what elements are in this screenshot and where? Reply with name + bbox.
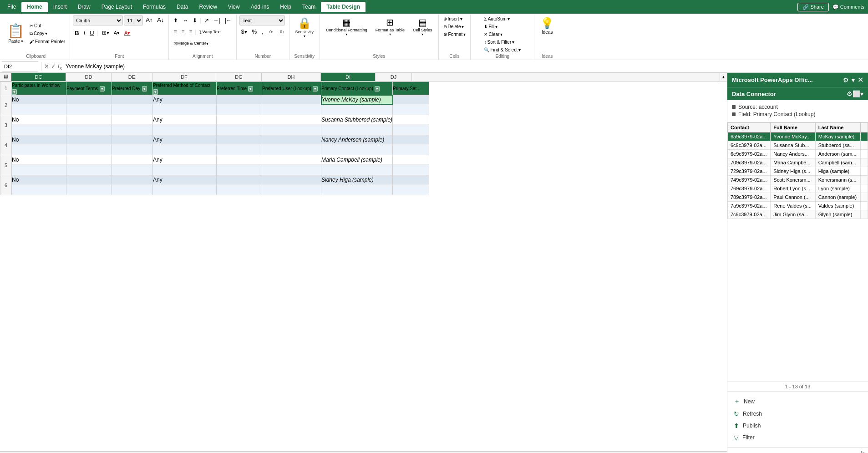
- cell-df-5b[interactable]: [153, 164, 217, 175]
- comma-button[interactable]: ,: [260, 27, 265, 37]
- tab-formulas[interactable]: Formulas: [137, 2, 171, 12]
- conditional-formatting-button[interactable]: ▦ Conditional Formatting ▾: [323, 15, 371, 38]
- currency-button[interactable]: $▾: [239, 27, 249, 37]
- sidebar-dropdown-icon[interactable]: ▾: [852, 76, 855, 84]
- cell-df-4b[interactable]: [153, 144, 217, 155]
- ideas-button[interactable]: 💡 Ideas: [537, 15, 557, 36]
- cell-di-2b[interactable]: [321, 104, 393, 115]
- sidebar-row-1[interactable]: 6a9c3979-02a... Yvonne McKay... McKay (s…: [728, 132, 868, 141]
- sidebar-expand-right-icon[interactable]: ▷: [861, 449, 866, 453]
- cell-dd-6[interactable]: [66, 175, 112, 184]
- sidebar-row-7[interactable]: 769c3979-02a... Robert Lyon (s... Lyon (…: [728, 184, 868, 193]
- cut-button[interactable]: ✂ Cut: [28, 22, 67, 29]
- cell-dj-2b[interactable]: [393, 104, 429, 115]
- cancel-icon[interactable]: ✕: [44, 63, 49, 70]
- cell-dh-5[interactable]: [262, 155, 321, 164]
- cell-dj-3b[interactable]: [393, 124, 429, 135]
- cell-dc-5b[interactable]: [12, 164, 66, 175]
- sidebar-settings-icon[interactable]: ⚙: [843, 76, 849, 84]
- cell-di-5[interactable]: Maria Campbell (sample): [321, 155, 393, 164]
- cell-dh-2b[interactable]: [262, 104, 321, 115]
- cell-dg-6[interactable]: [217, 175, 262, 184]
- italic-button[interactable]: I: [82, 28, 87, 38]
- cell-dc-6b[interactable]: [12, 184, 66, 195]
- cell-di-4[interactable]: Nancy Anderson (sample): [321, 135, 393, 144]
- wrap-text-button[interactable]: ⤵ Wrap Text: [198, 27, 223, 37]
- font-color-button[interactable]: A▾: [122, 28, 132, 38]
- increase-font-button[interactable]: A↑: [144, 15, 154, 25]
- cell-dd-5b[interactable]: [66, 164, 112, 175]
- new-action-button[interactable]: ＋ New: [732, 395, 863, 408]
- tab-home[interactable]: Home: [21, 2, 47, 12]
- col-header-df[interactable]: DF: [152, 73, 216, 81]
- cell-dh-6b[interactable]: [262, 184, 321, 195]
- align-right-button[interactable]: ≡: [188, 27, 194, 37]
- tab-view[interactable]: View: [223, 2, 245, 12]
- cell-dd-4b[interactable]: [66, 144, 112, 155]
- cell-dh-4[interactable]: [262, 135, 321, 144]
- cell-dh-4b[interactable]: [262, 144, 321, 155]
- delete-button[interactable]: ⊖ Delete ▾: [442, 23, 468, 30]
- cell-dd-2b[interactable]: [66, 104, 112, 115]
- cell-df-6[interactable]: Any: [153, 175, 217, 184]
- sidebar-table-container[interactable]: Contact Full Name Last Name 6a9c3979-02a…: [727, 122, 868, 382]
- format-as-table-button[interactable]: ⊞ Format as Table ▾: [372, 15, 408, 38]
- cell-di-5b[interactable]: [321, 164, 393, 175]
- cell-di-3b[interactable]: [321, 124, 393, 135]
- cell-dc-1[interactable]: Participates in Workflow ▾: [12, 82, 66, 95]
- insert-function-icon[interactable]: fx: [58, 62, 62, 71]
- cell-de-3[interactable]: [112, 115, 153, 124]
- tab-draw[interactable]: Draw: [72, 2, 96, 12]
- cell-dh-5b[interactable]: [262, 164, 321, 175]
- tab-insert[interactable]: Insert: [48, 2, 72, 12]
- filter-dg-button[interactable]: ▾: [248, 86, 253, 92]
- cell-df-3[interactable]: Any: [153, 115, 217, 124]
- cell-dj-5b[interactable]: [393, 164, 429, 175]
- cell-dj-2[interactable]: [393, 95, 429, 104]
- cell-dg-5b[interactable]: [217, 164, 262, 175]
- copy-button[interactable]: ⧉ Copy ▾: [28, 30, 67, 37]
- cell-df-2b[interactable]: [153, 104, 217, 115]
- cell-dc-5[interactable]: No: [12, 155, 66, 164]
- publish-action-button[interactable]: ⬆ Publish: [732, 420, 863, 432]
- cell-dd-1[interactable]: Payment Terms ▾: [66, 82, 112, 95]
- sensitivity-button[interactable]: 🔒 Sensitivity ▾: [292, 15, 317, 40]
- merge-center-button[interactable]: ⊡ Merge & Center ▾: [172, 38, 210, 48]
- cell-di-1[interactable]: Primary Contact (Lookup) ▾: [321, 82, 393, 95]
- sidebar-row-5[interactable]: 729c3979-02a... Sidney Higa (s... Higa (…: [728, 167, 868, 176]
- sort-filter-button[interactable]: ↕ Sort & Filter ▾: [482, 39, 522, 46]
- cell-dg-5[interactable]: [217, 155, 262, 164]
- col-header-de[interactable]: DE: [112, 73, 152, 81]
- format-button[interactable]: ⚙ Format ▾: [442, 31, 468, 38]
- paste-dropdown[interactable]: ▾: [21, 39, 23, 44]
- tab-data[interactable]: Data: [171, 2, 193, 12]
- cell-dh-3b[interactable]: [262, 124, 321, 135]
- cell-dd-3b[interactable]: [66, 124, 112, 135]
- row-num-6[interactable]: 6: [0, 175, 12, 195]
- cell-dc-2[interactable]: No: [12, 95, 66, 104]
- confirm-icon[interactable]: ✓: [51, 63, 56, 70]
- tab-file[interactable]: File: [2, 2, 21, 12]
- cell-df-3b[interactable]: [153, 124, 217, 135]
- data-connector-dropdown-icon[interactable]: ▾: [860, 90, 863, 97]
- cell-di-4b[interactable]: [321, 144, 393, 155]
- cell-dj-4b[interactable]: [393, 144, 429, 155]
- font-size-select[interactable]: 11: [124, 15, 143, 25]
- tab-add-ins[interactable]: Add-ins: [245, 2, 275, 12]
- scroll-up-button[interactable]: ▲: [721, 75, 726, 79]
- number-format-select[interactable]: Text: [239, 15, 285, 25]
- cell-de-6[interactable]: [112, 175, 153, 184]
- cell-df-2[interactable]: Any: [153, 95, 217, 104]
- cell-de-2b[interactable]: [112, 104, 153, 115]
- horizontal-scrollbar[interactable]: ◀ ▶: [0, 451, 727, 453]
- sidebar-row-9[interactable]: 7a9c3979-02a... Rene Valdes (s... Valdes…: [728, 202, 868, 210]
- cell-dg-2[interactable]: [217, 95, 262, 104]
- refresh-action-button[interactable]: ↻ Refresh: [732, 408, 863, 420]
- cell-dh-3[interactable]: [262, 115, 321, 124]
- filter-df-button[interactable]: ▾: [153, 89, 158, 95]
- cell-dc-6[interactable]: No: [12, 175, 66, 184]
- cell-de-6b[interactable]: [112, 184, 153, 195]
- col-header-dh[interactable]: DH: [262, 73, 321, 81]
- align-bottom-button[interactable]: ⬇: [191, 15, 199, 25]
- underline-button[interactable]: U: [88, 28, 96, 38]
